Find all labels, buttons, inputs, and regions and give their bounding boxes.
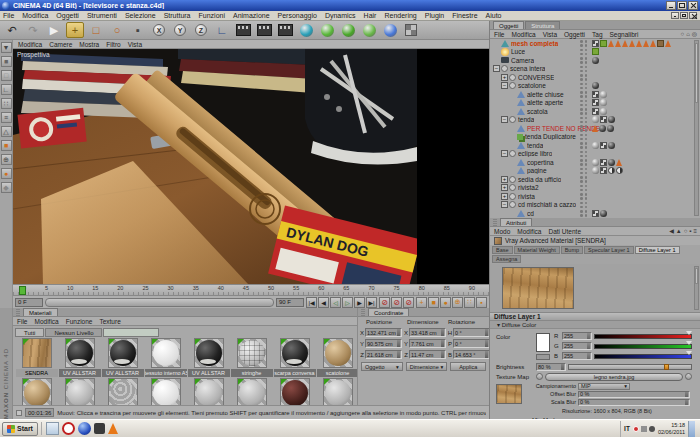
scale-blur-field[interactable]: 0 % [578,399,690,406]
taskbar-clock[interactable]: 15:1802/06/2011 [658,422,685,436]
phong-tag[interactable] [592,159,599,166]
record-rotation-button[interactable]: ⊘ [403,297,414,308]
tab-coordinate[interactable]: Coordinate [368,308,409,316]
checker-tag[interactable] [600,167,607,174]
stepper[interactable] [587,353,590,360]
tri-tag[interactable] [665,40,671,47]
attr-tab-diffuse-layer-1[interactable]: Diffuse Layer 1 [635,246,680,254]
material-item[interactable]: stringhe [230,338,273,377]
record-position-button[interactable]: ⊘ [379,297,390,308]
viewport-menu-modifica[interactable]: Modifica [18,41,42,48]
menu-item-struttura[interactable]: Struttura [164,12,191,19]
tree-item[interactable]: pagine [490,167,700,176]
tree-item[interactable]: −cd mischiati a cazzo [490,201,700,210]
tree-item[interactable]: PER TENDE NO RENDER [490,124,700,133]
tray-volume-icon[interactable] [641,426,647,432]
tree-item[interactable]: +sedia da ufficio [490,175,700,184]
visibility-dot[interactable] [585,91,588,94]
materials-menu-modifica[interactable]: Modifica [34,318,58,325]
close-button[interactable] [688,1,698,10]
show-desktop-button[interactable] [688,421,695,437]
panel-grip[interactable] [16,309,20,316]
tri-tag[interactable] [615,40,621,47]
dark-tag[interactable] [600,210,607,217]
visibility-dot[interactable] [580,74,583,77]
material-item[interactable]: UV ALLSTAR [101,338,144,377]
make-editable-icon[interactable]: ▼ [1,42,12,53]
phong-tag[interactable] [592,142,599,149]
home-icon[interactable]: ⌂ [686,30,690,38]
key-rotation-button[interactable]: ● [440,297,451,308]
tree-item[interactable]: alette aperte [490,99,700,108]
visibility-dot[interactable] [585,66,588,69]
visibility-dot[interactable] [585,83,588,86]
texture-thumbnail[interactable] [496,384,522,404]
scale-tool-icon[interactable]: □ [87,22,105,38]
stepper[interactable] [485,329,488,336]
offset-blur-field[interactable]: 0 % [578,391,690,398]
stepper[interactable] [397,351,400,358]
tree-item[interactable]: −eclipse libro [490,150,700,159]
viewport-scene[interactable]: DYLAN DOG [13,49,489,284]
tray-alert-icon[interactable] [633,426,639,432]
dark-tag[interactable] [599,125,606,132]
magnet-mode-icon[interactable]: ◆ [1,182,12,193]
visibility-dot[interactable] [580,151,583,154]
om-menu-tag[interactable]: Tag [592,31,602,38]
history-icon[interactable]: ≡ [693,227,697,235]
visibility-dot[interactable] [585,100,588,103]
start-button[interactable]: Start [2,422,38,436]
filter-icon[interactable]: ◎ [692,30,697,38]
menu-item-plugin[interactable]: Plugin [425,12,444,19]
rotation-field[interactable]: 0 ° [453,339,489,348]
visibility-dot[interactable] [580,108,583,111]
tree-item[interactable]: −scena intera [490,65,700,74]
visibility-dot[interactable] [580,193,583,196]
position-field[interactable]: 21.618 cm [365,350,402,359]
checker-tag[interactable] [592,210,599,217]
expand-toggle[interactable]: − [493,65,500,72]
materials-filter-tutti[interactable]: Tutti [15,328,44,337]
visibility-dot[interactable] [580,168,583,171]
phong-tag[interactable] [592,167,599,174]
redo-icon[interactable]: ↷ [24,22,42,38]
visibility-dot[interactable] [580,125,583,128]
edges-mode-icon[interactable]: ≡ [1,112,12,123]
green-tag[interactable] [592,48,599,55]
expand-toggle[interactable]: − [501,201,508,208]
attr-menu-dati-utente[interactable]: Dati Utente [548,228,581,235]
material-item[interactable] [187,378,230,405]
viewport-menu-camere[interactable]: Camere [49,41,72,48]
visibility-dot[interactable] [580,185,583,188]
texture-options-button[interactable] [685,373,692,380]
menu-item-dynamics[interactable]: Dynamics [325,12,356,19]
channel-value-field[interactable]: 255 [562,332,592,340]
sampling-dropdown[interactable]: MIP▾ [578,383,630,390]
stepper[interactable] [441,351,444,358]
add-deformer-icon[interactable] [381,22,399,38]
coordinate-system-icon[interactable]: ∟ [213,22,231,38]
stepper[interactable] [587,343,590,350]
dark-tag[interactable] [608,116,615,123]
visibility-dot[interactable] [585,185,588,188]
visibility-dot[interactable] [580,57,583,60]
tab-struttura[interactable]: Struttura [525,21,560,29]
om-menu-modifica[interactable]: Modifica [511,31,535,38]
key-pla-button[interactable]: ∷ [464,297,475,308]
polygons-mode-icon[interactable]: △ [1,126,12,137]
size-field[interactable]: 11.47 cm [409,350,446,359]
viewport-menu-mostra[interactable]: Mostra [79,41,99,48]
attributes-scrollbar[interactable] [694,266,699,310]
expand-toggle[interactable]: + [501,74,508,81]
snap-mode-icon[interactable]: ● [1,168,12,179]
object-mode-dropdown[interactable]: Oggetto▾ [361,362,403,371]
position-field[interactable]: 132.471 cm [365,328,402,337]
stepper[interactable] [397,329,400,336]
half-tag[interactable] [608,167,615,174]
attr-menu-modo[interactable]: Modo [494,228,510,235]
tab-attributi[interactable]: Attributi [500,218,532,226]
key-parameter-button[interactable]: ⊕ [452,297,463,308]
dark-tag[interactable] [592,57,599,64]
timeline-scrollbar[interactable] [45,298,274,307]
size-field[interactable]: 7.761 cm [409,339,446,348]
